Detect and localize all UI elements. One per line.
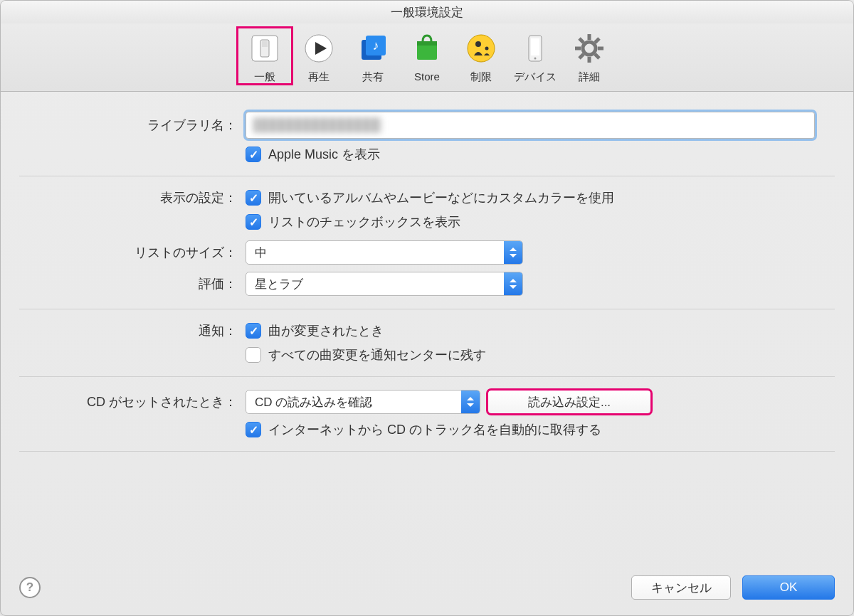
svg-rect-8 bbox=[417, 44, 437, 60]
tab-advanced[interactable]: 詳細 bbox=[562, 28, 616, 84]
sharing-icon: ♪ bbox=[354, 29, 392, 68]
restrictions-icon bbox=[462, 29, 500, 68]
list-size-select[interactable]: 中 bbox=[246, 240, 523, 265]
display-settings-label: 表示の設定： bbox=[19, 189, 246, 206]
svg-rect-2 bbox=[262, 41, 268, 47]
library-name-label: ライブラリ名： bbox=[19, 117, 246, 134]
tab-devices[interactable]: デバイス bbox=[508, 28, 562, 84]
keep-all-checkbox[interactable] bbox=[246, 347, 261, 363]
gear-icon bbox=[570, 29, 608, 68]
tab-label: 一般 bbox=[254, 70, 275, 84]
svg-rect-14 bbox=[531, 38, 539, 55]
ok-button[interactable]: OK bbox=[742, 575, 835, 600]
import-settings-button[interactable]: 読み込み設定... bbox=[487, 390, 651, 414]
library-name-input[interactable] bbox=[246, 112, 815, 139]
content: ライブラリ名： Apple Music を表示 表示の設定： 開いているアルバム… bbox=[1, 92, 853, 575]
rating-select[interactable]: 星とラブ bbox=[246, 272, 523, 296]
tab-label: 制限 bbox=[470, 70, 492, 84]
chevron-updown-icon bbox=[504, 241, 522, 264]
divider bbox=[19, 451, 835, 452]
apple-music-checkbox[interactable] bbox=[246, 147, 261, 162]
svg-line-22 bbox=[595, 54, 599, 58]
divider bbox=[19, 309, 835, 309]
cd-action-value: CD の読み込みを確認 bbox=[255, 394, 372, 410]
tab-store[interactable]: Store bbox=[400, 28, 454, 84]
ok-label: OK bbox=[780, 580, 798, 595]
cd-label: CD がセットされたとき： bbox=[19, 393, 246, 410]
svg-point-12 bbox=[485, 47, 489, 51]
list-size-label: リストのサイズ： bbox=[19, 244, 246, 261]
song-changed-checkbox[interactable] bbox=[246, 323, 261, 339]
chevron-updown-icon bbox=[504, 272, 522, 295]
tab-general[interactable]: 一般 bbox=[238, 28, 292, 84]
auto-fetch-label: インターネットから CD のトラック名を自動的に取得する bbox=[268, 421, 601, 438]
tab-label: 再生 bbox=[308, 70, 330, 84]
auto-fetch-checkbox[interactable] bbox=[246, 422, 261, 437]
cancel-button[interactable]: キャンセル bbox=[631, 575, 731, 600]
custom-color-label: 開いているアルバムやムービーなどにカスタムカラーを使用 bbox=[268, 189, 614, 206]
custom-color-checkbox[interactable] bbox=[246, 190, 261, 206]
svg-rect-9 bbox=[417, 41, 437, 46]
cd-action-select[interactable]: CD の読み込みを確認 bbox=[246, 390, 480, 414]
cancel-label: キャンセル bbox=[651, 580, 712, 596]
svg-point-15 bbox=[534, 58, 537, 60]
apple-music-label: Apple Music を表示 bbox=[268, 146, 380, 163]
svg-text:♪: ♪ bbox=[373, 38, 379, 53]
list-checkbox-checkbox[interactable] bbox=[246, 214, 261, 230]
song-changed-label: 曲が変更されたとき bbox=[268, 322, 384, 339]
rating-value: 星とラブ bbox=[255, 276, 303, 292]
svg-point-16 bbox=[583, 42, 596, 55]
keep-all-label: すべての曲変更を通知センターに残す bbox=[268, 346, 486, 363]
tab-label: デバイス bbox=[514, 70, 557, 84]
tab-playback[interactable]: 再生 bbox=[292, 28, 346, 84]
chevron-updown-icon bbox=[461, 391, 480, 413]
divider bbox=[19, 376, 835, 377]
tab-label: Store bbox=[414, 70, 440, 83]
general-icon bbox=[246, 29, 284, 68]
preferences-window: 一般環境設定 一般 再生 ♪ 共有 Store bbox=[0, 0, 854, 616]
toolbar: 一般 再生 ♪ 共有 Store 制限 bbox=[1, 23, 853, 92]
divider bbox=[19, 176, 835, 176]
playback-icon bbox=[300, 29, 338, 68]
notify-label: 通知： bbox=[19, 322, 246, 339]
store-icon bbox=[408, 29, 446, 68]
list-checkbox-label: リストのチェックボックスを表示 bbox=[268, 213, 460, 230]
svg-point-11 bbox=[475, 41, 481, 47]
svg-line-23 bbox=[595, 38, 599, 43]
svg-line-24 bbox=[579, 54, 584, 58]
help-button[interactable]: ? bbox=[19, 577, 41, 598]
window-title: 一般環境設定 bbox=[1, 1, 853, 23]
svg-line-21 bbox=[579, 38, 584, 43]
tab-sharing[interactable]: ♪ 共有 bbox=[346, 28, 400, 84]
tab-label: 詳細 bbox=[579, 70, 600, 84]
tab-label: 共有 bbox=[362, 70, 384, 84]
redacted-text bbox=[253, 117, 381, 133]
svg-point-10 bbox=[468, 35, 495, 62]
import-settings-label: 読み込み設定... bbox=[528, 394, 611, 410]
tab-restrictions[interactable]: 制限 bbox=[454, 28, 508, 84]
list-size-value: 中 bbox=[255, 245, 267, 261]
rating-label: 評価： bbox=[19, 275, 246, 292]
devices-icon bbox=[516, 29, 554, 68]
footer: ? キャンセル OK bbox=[1, 575, 853, 615]
